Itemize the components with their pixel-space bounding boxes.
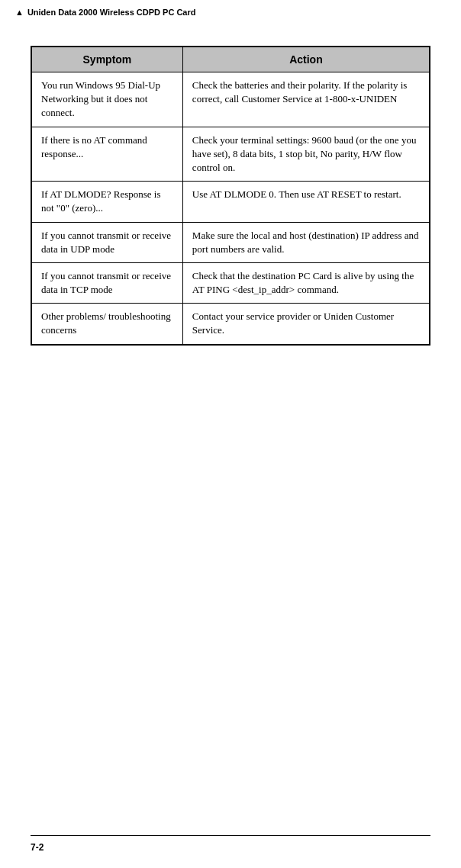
footer-line xyxy=(31,835,430,836)
symptom-cell: Other problems/ troubleshooting concerns xyxy=(31,304,182,345)
action-cell: Make sure the local and host (destinatio… xyxy=(182,222,430,262)
symptom-cell: You run Windows 95 Dial-Up Networking bu… xyxy=(31,72,182,127)
page-content: Symptom Action You run Windows 95 Dial-U… xyxy=(0,23,461,376)
action-cell: Check your terminal settings: 9600 baud … xyxy=(182,127,430,182)
action-cell: Contact your service provider or Uniden … xyxy=(182,304,430,345)
symptom-cell: If AT DLMODE? Response is not "0" (zero)… xyxy=(31,182,182,222)
symptom-column-header: Symptom xyxy=(31,47,182,72)
symptom-cell: If there is no AT command response... xyxy=(31,127,182,182)
table-row: You run Windows 95 Dial-Up Networking bu… xyxy=(31,72,430,127)
header-triangle-icon: ▲ xyxy=(15,8,24,17)
page-number: 7-2 xyxy=(31,842,44,853)
page-footer: 7-2 xyxy=(31,842,44,853)
header-title: Uniden Data 2000 Wireless CDPD PC Card xyxy=(27,8,196,17)
symptom-cell: If you cannot transmit or receive data i… xyxy=(31,222,182,262)
action-cell: Use AT DLMODE 0. Then use AT RESET to re… xyxy=(182,182,430,222)
action-cell: Check the batteries and their polarity. … xyxy=(182,72,430,127)
table-header-row: Symptom Action xyxy=(31,47,430,72)
troubleshooting-table: Symptom Action You run Windows 95 Dial-U… xyxy=(31,46,430,346)
table-row: Other problems/ troubleshooting concerns… xyxy=(31,304,430,345)
table-row: If AT DLMODE? Response is not "0" (zero)… xyxy=(31,182,430,222)
table-row: If you cannot transmit or receive data i… xyxy=(31,222,430,262)
table-row: If there is no AT command response...Che… xyxy=(31,127,430,182)
action-cell: Check that the destination PC Card is al… xyxy=(182,262,430,303)
table-row: If you cannot transmit or receive data i… xyxy=(31,262,430,303)
action-column-header: Action xyxy=(182,47,430,72)
symptom-cell: If you cannot transmit or receive data i… xyxy=(31,262,182,303)
page-header: ▲ Uniden Data 2000 Wireless CDPD PC Card xyxy=(0,0,461,23)
